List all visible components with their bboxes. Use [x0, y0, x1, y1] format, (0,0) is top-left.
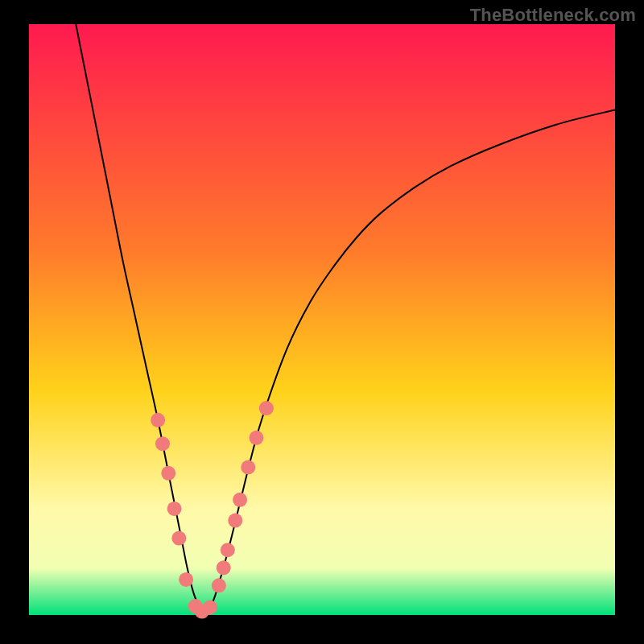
- curve-marker: [221, 543, 235, 557]
- curve-marker: [161, 466, 175, 481]
- curve-marker: [233, 493, 247, 507]
- curve-marker: [171, 531, 186, 546]
- curve-marker: [151, 413, 165, 427]
- curve-marker: [217, 560, 231, 575]
- bottleneck-plot: [0, 0, 644, 644]
- plot-background: [29, 24, 615, 615]
- curve-marker: [241, 460, 255, 475]
- curve-marker: [212, 578, 226, 592]
- curve-marker: [203, 600, 217, 614]
- curve-marker: [155, 436, 170, 451]
- curve-marker: [228, 514, 242, 528]
- watermark-text: TheBottleneck.com: [470, 5, 636, 26]
- curve-marker: [167, 502, 182, 516]
- curve-marker: [179, 572, 193, 587]
- curve-marker: [249, 431, 263, 445]
- chart-stage: TheBottleneck.com: [0, 0, 644, 644]
- curve-marker: [259, 401, 274, 415]
